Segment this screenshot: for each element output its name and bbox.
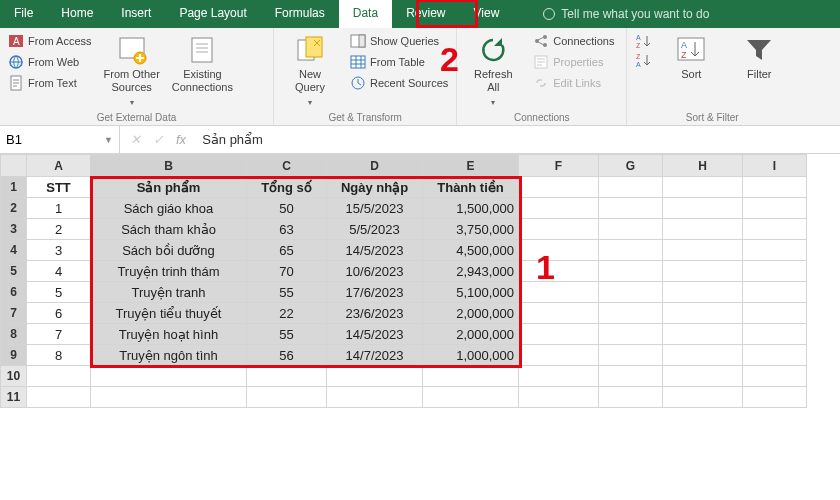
cell-D1[interactable]: Ngày nhập [327,177,423,198]
col-header-F[interactable]: F [519,155,599,177]
cell-B4[interactable]: Sách bồi dưỡng [91,240,247,261]
cell-A10[interactable] [27,366,91,387]
cell-G7[interactable] [599,303,663,324]
row-header-2[interactable]: 2 [1,198,27,219]
cell-E11[interactable] [423,387,519,408]
col-header-I[interactable]: I [743,155,807,177]
cell-B5[interactable]: Truyện trinh thám [91,261,247,282]
row-header-8[interactable]: 8 [1,324,27,345]
cell-D3[interactable]: 5/5/2023 [327,219,423,240]
row-header-1[interactable]: 1 [1,177,27,198]
cell-I5[interactable] [743,261,807,282]
row-header-3[interactable]: 3 [1,219,27,240]
cell-G8[interactable] [599,324,663,345]
from-web-button[interactable]: From Web [8,53,92,71]
cell-D6[interactable]: 17/6/2023 [327,282,423,303]
filter-button[interactable]: Filter [731,32,787,81]
cell-E8[interactable]: 2,000,000 [423,324,519,345]
cell-D10[interactable] [327,366,423,387]
edit-links-button[interactable]: Edit Links [533,74,614,92]
show-queries-button[interactable]: Show Queries [350,32,448,50]
cell-I4[interactable] [743,240,807,261]
col-header-H[interactable]: H [663,155,743,177]
cell-B6[interactable]: Truyện tranh [91,282,247,303]
from-table-button[interactable]: From Table [350,53,448,71]
col-header-B[interactable]: B [91,155,247,177]
sort-za-button[interactable]: ZA [635,51,651,69]
col-header-E[interactable]: E [423,155,519,177]
cell-H8[interactable] [663,324,743,345]
cell-A6[interactable]: 5 [27,282,91,303]
cell-H9[interactable] [663,345,743,366]
sort-az-button[interactable]: AZ [635,32,651,50]
cell-F6[interactable] [519,282,599,303]
cell-A11[interactable] [27,387,91,408]
cell-E4[interactable]: 4,500,000 [423,240,519,261]
col-header-A[interactable]: A [27,155,91,177]
cell-D7[interactable]: 23/6/2023 [327,303,423,324]
refresh-all-button[interactable]: Refresh All [465,32,521,108]
cell-E3[interactable]: 3,750,000 [423,219,519,240]
cell-C4[interactable]: 65 [247,240,327,261]
cell-C1[interactable]: Tổng số [247,177,327,198]
new-query-button[interactable]: New Query [282,32,338,108]
cell-G5[interactable] [599,261,663,282]
cell-H1[interactable] [663,177,743,198]
cell-G3[interactable] [599,219,663,240]
tab-review[interactable]: Review [392,0,459,28]
cell-F11[interactable] [519,387,599,408]
tab-insert[interactable]: Insert [107,0,165,28]
cell-G1[interactable] [599,177,663,198]
select-all-corner[interactable] [1,155,27,177]
cell-I7[interactable] [743,303,807,324]
cell-I11[interactable] [743,387,807,408]
tab-page-layout[interactable]: Page Layout [165,0,260,28]
row-header-7[interactable]: 7 [1,303,27,324]
col-header-C[interactable]: C [247,155,327,177]
cancel-icon[interactable]: ✕ [130,132,141,147]
cell-D11[interactable] [327,387,423,408]
col-header-D[interactable]: D [327,155,423,177]
cell-G10[interactable] [599,366,663,387]
cell-I3[interactable] [743,219,807,240]
tab-home[interactable]: Home [47,0,107,28]
cell-F9[interactable] [519,345,599,366]
cell-F7[interactable] [519,303,599,324]
existing-connections-button[interactable]: Existing Connections [172,32,233,93]
cell-I2[interactable] [743,198,807,219]
cell-I6[interactable] [743,282,807,303]
row-header-9[interactable]: 9 [1,345,27,366]
cell-C6[interactable]: 55 [247,282,327,303]
from-text-button[interactable]: From Text [8,74,92,92]
cell-H5[interactable] [663,261,743,282]
cell-E1[interactable]: Thành tiền [423,177,519,198]
cell-C7[interactable]: 22 [247,303,327,324]
cell-C2[interactable]: 50 [247,198,327,219]
cell-E6[interactable]: 5,100,000 [423,282,519,303]
cell-B2[interactable]: Sách giáo khoa [91,198,247,219]
cell-A9[interactable]: 8 [27,345,91,366]
cell-A5[interactable]: 4 [27,261,91,282]
properties-button[interactable]: Properties [533,53,614,71]
cell-H6[interactable] [663,282,743,303]
cell-A1[interactable]: STT [27,177,91,198]
cell-G4[interactable] [599,240,663,261]
cell-A7[interactable]: 6 [27,303,91,324]
cell-G2[interactable] [599,198,663,219]
tab-view[interactable]: View [460,0,514,28]
from-access-button[interactable]: A From Access [8,32,92,50]
cell-C5[interactable]: 70 [247,261,327,282]
cell-H11[interactable] [663,387,743,408]
cell-F3[interactable] [519,219,599,240]
cell-I8[interactable] [743,324,807,345]
name-box[interactable]: B1 ▼ [0,126,120,153]
recent-sources-button[interactable]: Recent Sources [350,74,448,92]
tab-formulas[interactable]: Formulas [261,0,339,28]
cell-D8[interactable]: 14/5/2023 [327,324,423,345]
cell-A3[interactable]: 2 [27,219,91,240]
fx-icon[interactable]: fx [176,132,186,147]
cell-B8[interactable]: Truyện hoạt hình [91,324,247,345]
cell-C9[interactable]: 56 [247,345,327,366]
cell-H4[interactable] [663,240,743,261]
cell-C10[interactable] [247,366,327,387]
